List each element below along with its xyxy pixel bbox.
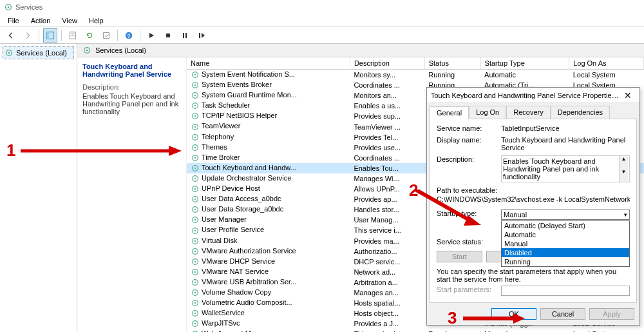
window-title: Services	[15, 3, 43, 11]
svg-point-55	[194, 261, 196, 262]
properties-dialog: Touch Keyboard and Handwriting Panel Ser…	[426, 87, 640, 326]
start-button[interactable]: Start	[437, 251, 482, 262]
svg-text:?: ?	[127, 32, 130, 39]
desc-value: Enables Touch Keyboard and Handwriting P…	[501, 155, 630, 182]
svg-point-65	[194, 313, 196, 314]
start-service-button[interactable]	[144, 28, 158, 43]
refresh-button[interactable]	[82, 28, 97, 43]
start-params-label: Start parameters:	[437, 286, 501, 293]
svg-point-39	[194, 178, 196, 179]
restart-service-button[interactable]	[194, 28, 209, 43]
chevron-down-icon: ▾	[624, 211, 627, 218]
svg-point-57	[194, 271, 196, 273]
svg-point-59	[194, 282, 196, 283]
service-row[interactable]: System Event Notification S...Monitors s…	[187, 70, 644, 81]
startup-option[interactable]: Automatic (Delayed Start)	[502, 221, 629, 230]
startup-type-dropdown[interactable]: Automatic (Delayed Start)AutomaticManual…	[501, 220, 630, 267]
col-name[interactable]: Name	[187, 57, 350, 70]
tab-dependencies[interactable]: Dependencies	[551, 106, 610, 119]
svg-point-61	[194, 292, 196, 293]
tab-logon[interactable]: Log On	[469, 106, 506, 119]
cancel-button[interactable]: Cancel	[540, 308, 585, 320]
path-value: C:\WINDOWS\System32\svchost.exe -k Local…	[437, 195, 630, 203]
menu-help[interactable]: Help	[84, 15, 109, 26]
startup-option[interactable]: Automatic	[502, 230, 629, 239]
svg-rect-3	[47, 32, 50, 39]
back-button[interactable]	[4, 28, 18, 43]
close-icon[interactable]: ✕	[620, 90, 636, 101]
col-logon[interactable]: Log On As	[569, 57, 644, 70]
tree-root-services-local[interactable]: Services (Local)	[3, 46, 74, 59]
svg-point-31	[194, 137, 196, 138]
svg-point-37	[194, 168, 196, 169]
toolbar: ?	[0, 27, 644, 44]
export-button[interactable]	[99, 28, 113, 43]
svg-point-33	[194, 147, 196, 148]
svg-point-25	[194, 105, 196, 106]
tab-recovery[interactable]: Recovery	[506, 106, 550, 119]
service-row[interactable]: Web Account ManagerThis service i...Runn…	[187, 329, 644, 332]
menu-file[interactable]: File	[3, 15, 24, 26]
show-hide-tree-button[interactable]	[43, 28, 57, 43]
svg-point-15	[8, 52, 10, 54]
detail-pane: Touch Keyboard and Handwriting Panel Ser…	[77, 57, 187, 332]
svg-point-53	[194, 251, 196, 252]
tree-pane: Services (Local)	[0, 44, 77, 332]
svg-point-19	[194, 74, 196, 75]
svg-point-51	[194, 240, 196, 241]
stop-service-button[interactable]	[161, 28, 175, 43]
svg-point-23	[194, 95, 196, 96]
content-header: Services (Local)	[77, 44, 644, 57]
svg-point-67	[194, 323, 196, 324]
help-button[interactable]: ?	[122, 28, 136, 43]
col-status[interactable]: Status	[424, 57, 480, 70]
ok-button[interactable]: OK	[491, 308, 536, 320]
svg-rect-11	[183, 33, 184, 38]
dialog-title: Touch Keyboard and Handwriting Panel Ser…	[431, 92, 620, 99]
detail-desc-label: Description:	[82, 83, 181, 91]
svc-name-label: Service name:	[437, 124, 501, 132]
tab-general[interactable]: General	[430, 106, 469, 119]
startup-option[interactable]: Manual	[502, 239, 629, 248]
detail-desc: Enables Touch Keyboard and Handwriting P…	[82, 92, 181, 115]
content-header-label: Services (Local)	[95, 46, 146, 54]
svg-point-27	[194, 115, 196, 117]
svg-point-63	[194, 302, 196, 304]
services-icon	[4, 3, 13, 12]
svg-rect-7	[104, 32, 109, 38]
svg-rect-12	[185, 33, 187, 38]
titlebar: Services	[0, 0, 644, 14]
startup-option[interactable]: Running	[502, 257, 629, 266]
svg-point-21	[194, 84, 196, 86]
svg-point-1	[8, 6, 10, 8]
menu-view[interactable]: View	[57, 15, 82, 26]
pause-service-button[interactable]	[178, 28, 192, 43]
svg-point-29	[194, 126, 196, 127]
col-desc[interactable]: Description	[350, 57, 424, 70]
startup-type-combo[interactable]: Manual▾	[501, 210, 630, 220]
col-startup[interactable]: Startup Type	[480, 57, 569, 70]
start-params-input	[501, 286, 630, 296]
svg-point-35	[194, 157, 196, 159]
svg-point-49	[194, 229, 196, 231]
tree-root-label: Services (Local)	[16, 49, 67, 57]
properties-button[interactable]	[66, 28, 80, 43]
svg-point-43	[194, 199, 196, 200]
svg-rect-13	[199, 33, 200, 38]
startup-type-label: Startup type:	[437, 210, 501, 217]
apply-button[interactable]: Apply	[589, 308, 634, 320]
svg-point-47	[194, 219, 196, 220]
desc-label: Description:	[437, 155, 501, 163]
path-label: Path to executable:	[437, 186, 630, 194]
detail-title: Touch Keyboard and Handwriting Panel Ser…	[82, 63, 181, 78]
menubar: File Action View Help	[0, 14, 644, 27]
params-note: You can specify the start parameters tha…	[437, 268, 630, 283]
forward-button[interactable]	[21, 28, 35, 43]
display-name-value: Touch Keyboard and Handwriting Panel Ser…	[501, 136, 630, 151]
svg-point-45	[194, 209, 196, 210]
svg-point-41	[194, 188, 196, 190]
svc-name-value: TabletInputService	[501, 124, 630, 132]
menu-action[interactable]: Action	[26, 15, 56, 26]
startup-option[interactable]: Disabled	[502, 248, 629, 257]
display-name-label: Display name:	[437, 136, 501, 144]
